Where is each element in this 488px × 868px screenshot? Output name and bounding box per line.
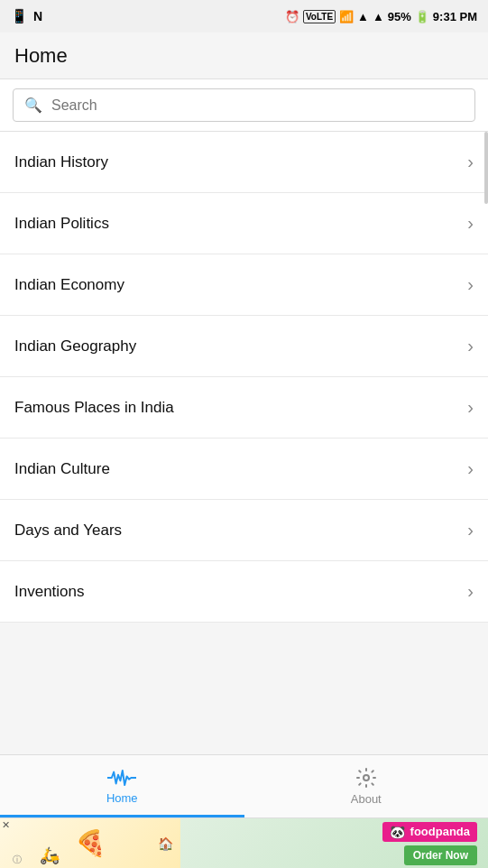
app-bar: Home <box>0 32 488 79</box>
pizza-icon: 🍕 <box>75 828 106 858</box>
search-input[interactable] <box>51 97 464 114</box>
chevron-right-icon: › <box>467 274 474 295</box>
nav-home-label: Home <box>106 791 138 805</box>
nav-item-home[interactable]: Home <box>0 755 244 817</box>
signal-icon: ▲ <box>357 10 369 23</box>
waveform-icon <box>107 768 136 788</box>
list-item-label: Inventions <box>14 583 85 601</box>
chevron-right-icon: › <box>467 397 474 418</box>
search-icon: 🔍 <box>24 97 42 114</box>
signal-icon-2: ▲ <box>373 10 384 23</box>
scroll-indicator <box>484 132 488 204</box>
ad-banner: 🍕 🛵 🏠 🐼 foodpanda Order Now ✕ ⓘ <box>0 817 488 868</box>
whatsapp-icon: 📱 <box>11 8 28 24</box>
bottom-navigation: Home About <box>0 754 488 817</box>
brand-name: foodpanda <box>410 825 470 838</box>
ad-content: 🍕 🛵 🏠 🐼 foodpanda Order Now <box>0 818 488 868</box>
status-bar: 📱 N ⏰ VoLTE 📶 ▲ ▲ 95% 🔋 9:31 PM <box>0 0 488 32</box>
ad-info-icon[interactable]: ⓘ <box>13 854 22 866</box>
alarm-icon: ⏰ <box>285 10 299 23</box>
chevron-right-icon: › <box>467 458 474 479</box>
list-item[interactable]: Indian Geography › <box>0 316 488 377</box>
chevron-right-icon: › <box>467 213 474 234</box>
list-item-label: Indian Economy <box>14 276 124 294</box>
list-item-label: Indian Politics <box>14 215 109 233</box>
list-item-label: Indian Culture <box>14 460 110 478</box>
chevron-right-icon: › <box>467 152 474 172</box>
list-item[interactable]: Famous Places in India › <box>0 377 488 439</box>
ad-close-button[interactable]: ✕ <box>2 820 10 830</box>
order-now-button[interactable]: Order Now <box>404 845 477 865</box>
list-item[interactable]: Indian Culture › <box>0 439 488 500</box>
scooter-icon: 🛵 <box>40 845 60 865</box>
status-right-icons: ⏰ VoLTE 📶 ▲ ▲ 95% 🔋 9:31 PM <box>285 10 477 23</box>
list-wrapper: Indian History › Indian Politics › India… <box>0 132 488 709</box>
battery-text: 95% <box>388 10 411 23</box>
list-item[interactable]: Indian Politics › <box>0 193 488 254</box>
foodpanda-brand: 🐼 foodpanda <box>382 822 477 842</box>
status-left-icons: 📱 N <box>11 8 42 24</box>
list-item[interactable]: Days and Years › <box>0 500 488 561</box>
ad-left-image: 🍕 🛵 🏠 <box>0 818 180 869</box>
chevron-right-icon: › <box>467 581 474 602</box>
list-item-label: Indian Geography <box>14 337 136 356</box>
svg-point-0 <box>364 775 369 780</box>
n-icon: N <box>33 9 42 23</box>
list-item-label: Days and Years <box>14 522 122 540</box>
list-item[interactable]: Indian History › <box>0 132 488 193</box>
nav-about-label: About <box>351 792 382 806</box>
panda-icon: 🐼 <box>390 825 405 839</box>
page-title: Home <box>14 44 68 68</box>
search-container: 🔍 <box>0 79 488 132</box>
list-item-label: Famous Places in India <box>14 399 174 417</box>
search-box[interactable]: 🔍 <box>13 88 475 122</box>
list-item[interactable]: Inventions › <box>0 561 488 623</box>
volte-badge: VoLTE <box>303 10 336 23</box>
list-container: Indian History › Indian Politics › India… <box>0 132 488 623</box>
gear-icon <box>355 767 377 789</box>
list-item[interactable]: Indian Economy › <box>0 254 488 316</box>
chevron-right-icon: › <box>467 520 474 540</box>
battery-icon: 🔋 <box>415 10 429 23</box>
list-item-label: Indian History <box>14 153 108 171</box>
building-icon: 🏠 <box>158 836 173 851</box>
wifi-icon: 📶 <box>339 10 354 23</box>
ad-right: 🐼 foodpanda Order Now <box>180 818 488 868</box>
chevron-right-icon: › <box>467 336 474 356</box>
time-display: 9:31 PM <box>433 10 477 23</box>
nav-item-about[interactable]: About <box>244 755 489 817</box>
